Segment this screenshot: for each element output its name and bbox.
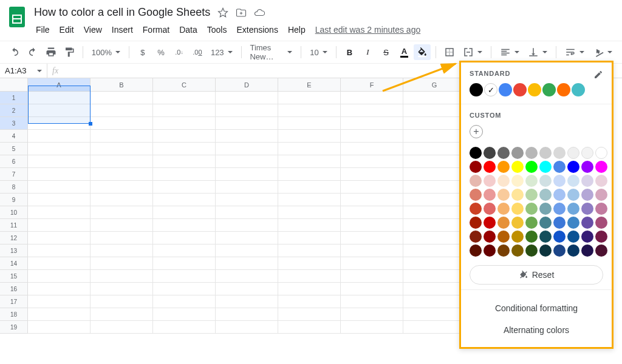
cell-D17[interactable] (216, 295, 278, 308)
palette-swatch[interactable] (581, 231, 593, 243)
palette-swatch[interactable] (497, 244, 510, 257)
cell-E6[interactable] (278, 155, 341, 168)
cell-A2[interactable] (28, 104, 91, 117)
halign-dropdown[interactable] (496, 44, 523, 60)
cell-D15[interactable] (216, 270, 278, 283)
cell-E9[interactable] (278, 194, 341, 206)
palette-swatch[interactable] (511, 217, 524, 229)
palette-swatch[interactable] (553, 203, 566, 215)
palette-swatch[interactable] (525, 244, 538, 257)
cell-B14[interactable] (91, 257, 153, 270)
cell-B11[interactable] (91, 219, 153, 232)
palette-swatch[interactable] (484, 217, 496, 229)
row-header-11[interactable]: 11 (0, 219, 28, 232)
palette-swatch[interactable] (511, 175, 524, 187)
cell-A10[interactable] (28, 206, 91, 219)
percent-button[interactable]: % (152, 44, 169, 60)
decrease-decimal-button[interactable]: .0↓ (171, 44, 188, 60)
cell-A18[interactable] (28, 308, 91, 321)
cell-C2[interactable] (153, 104, 216, 117)
cell-E17[interactable] (278, 295, 341, 308)
standard-color-swatch[interactable] (557, 83, 570, 96)
cell-D3[interactable] (216, 117, 278, 130)
cell-G2[interactable] (403, 104, 466, 117)
palette-swatch[interactable] (539, 217, 552, 229)
cell-A15[interactable] (28, 270, 91, 283)
cell-D4[interactable] (216, 130, 278, 143)
palette-swatch[interactable] (470, 189, 482, 201)
cell-C18[interactable] (153, 308, 216, 321)
cell-D13[interactable] (216, 244, 278, 257)
cell-F16[interactable] (341, 283, 403, 295)
palette-swatch[interactable] (595, 147, 607, 159)
palette-swatch[interactable] (484, 203, 496, 215)
cell-D10[interactable] (216, 206, 278, 219)
palette-swatch[interactable] (567, 175, 579, 187)
cell-F7[interactable] (341, 168, 403, 181)
cell-B4[interactable] (91, 130, 153, 143)
cell-G4[interactable] (403, 130, 466, 143)
cell-B9[interactable] (91, 194, 153, 206)
palette-swatch[interactable] (497, 203, 510, 215)
row-header-8[interactable]: 8 (0, 181, 28, 194)
cell-E15[interactable] (278, 270, 341, 283)
number-format-dropdown[interactable]: 123 (207, 44, 236, 60)
cell-D14[interactable] (216, 257, 278, 270)
column-header-F[interactable]: F (341, 78, 403, 92)
cell-E16[interactable] (278, 283, 341, 295)
palette-swatch[interactable] (595, 244, 607, 257)
cell-G12[interactable] (403, 232, 466, 244)
cell-B7[interactable] (91, 168, 153, 181)
palette-swatch[interactable] (484, 147, 496, 159)
palette-swatch[interactable] (539, 244, 552, 257)
edit-icon[interactable] (593, 70, 603, 79)
cell-A7[interactable] (28, 168, 91, 181)
cell-C15[interactable] (153, 270, 216, 283)
cell-B1[interactable] (91, 92, 153, 104)
row-header-7[interactable]: 7 (0, 168, 28, 181)
cell-G8[interactable] (403, 181, 466, 194)
cell-G6[interactable] (403, 155, 466, 168)
cell-G16[interactable] (403, 283, 466, 295)
cell-C4[interactable] (153, 130, 216, 143)
palette-swatch[interactable] (525, 189, 538, 201)
palette-swatch[interactable] (470, 203, 482, 215)
cell-A4[interactable] (28, 130, 91, 143)
column-header-E[interactable]: E (278, 78, 341, 92)
cell-C1[interactable] (153, 92, 216, 104)
add-custom-color-button[interactable]: + (470, 125, 483, 138)
palette-swatch[interactable] (539, 203, 552, 215)
palette-swatch[interactable] (595, 203, 607, 215)
palette-swatch[interactable] (553, 161, 566, 173)
column-header-B[interactable]: B (91, 78, 153, 92)
fontsize-dropdown[interactable]: 10 (306, 44, 330, 60)
cell-D5[interactable] (216, 143, 278, 155)
palette-swatch[interactable] (470, 217, 482, 229)
column-header-G[interactable]: G (403, 78, 466, 92)
palette-swatch[interactable] (511, 231, 524, 243)
undo-button[interactable] (6, 44, 23, 60)
cell-C3[interactable] (153, 117, 216, 130)
palette-swatch[interactable] (539, 231, 552, 243)
menu-help[interactable]: Help (284, 22, 310, 37)
cell-A1[interactable] (28, 92, 91, 104)
cell-F8[interactable] (341, 181, 403, 194)
palette-swatch[interactable] (470, 161, 482, 173)
menu-edit[interactable]: Edit (55, 22, 78, 37)
palette-swatch[interactable] (484, 189, 496, 201)
palette-swatch[interactable] (497, 189, 510, 201)
cell-D11[interactable] (216, 219, 278, 232)
palette-swatch[interactable] (484, 244, 496, 257)
palette-swatch[interactable] (539, 161, 552, 173)
cell-G3[interactable] (403, 117, 466, 130)
cell-F12[interactable] (341, 232, 403, 244)
menu-extensions[interactable]: Extensions (232, 22, 282, 37)
redo-button[interactable] (24, 44, 41, 60)
cell-E13[interactable] (278, 244, 341, 257)
text-color-button[interactable]: A (395, 44, 412, 60)
cell-G19[interactable] (403, 321, 466, 334)
font-dropdown[interactable]: Times New… (246, 44, 296, 60)
palette-swatch[interactable] (567, 161, 579, 173)
row-header-6[interactable]: 6 (0, 155, 28, 168)
cell-E19[interactable] (278, 321, 341, 334)
